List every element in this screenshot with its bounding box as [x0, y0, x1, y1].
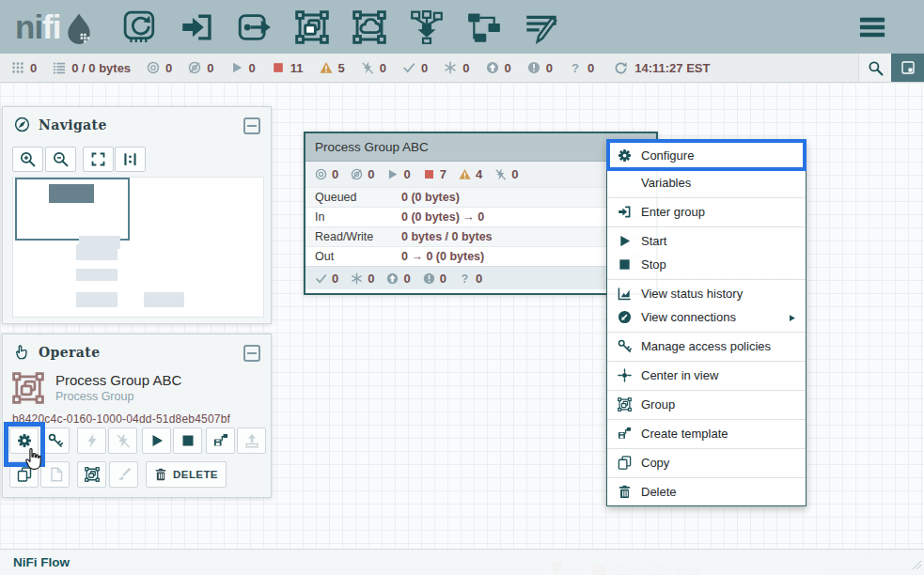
stat-row-out: Out0 → 0 (0 bytes)5 min [305, 246, 656, 266]
disabled-icon [494, 168, 507, 180]
not-transmitting-status: 0 [188, 61, 213, 75]
funnel-icon [410, 10, 444, 44]
last-refresh[interactable]: 14:11:27 EST [614, 61, 710, 75]
sync-failure-icon [459, 272, 471, 285]
transmitting-icon [147, 61, 160, 74]
access-policies-button[interactable] [40, 427, 70, 454]
lightning-slash-icon [116, 433, 131, 448]
nifi-logo: nifi [15, 8, 95, 46]
stopped-icon [423, 168, 435, 180]
locally-modified-icon [351, 272, 363, 285]
process-group-icon [12, 372, 44, 404]
zoom-fit-button[interactable] [83, 147, 114, 172]
menu-item-manage-access-policies[interactable]: Manage access policies [607, 334, 806, 358]
menu-item-stop[interactable]: Stop [607, 253, 806, 276]
copy-icon [17, 467, 32, 482]
label-component[interactable] [523, 8, 560, 46]
stale-icon [486, 61, 499, 74]
start-button[interactable] [142, 427, 171, 454]
remote-process-group-component[interactable] [351, 8, 388, 46]
navigate-panel: Navigate [2, 106, 272, 324]
process-group-abc[interactable]: Process Group ABC 0 0 0 7 4 0 Queued0 (0… [304, 132, 658, 295]
change-color-button[interactable] [109, 461, 138, 488]
zoom-out-button[interactable] [45, 147, 76, 172]
menu-separator [607, 448, 806, 449]
sync-failure-status: 0 [569, 61, 594, 75]
upload-template-button[interactable] [237, 427, 266, 454]
menu-item-copy[interactable]: Copy [607, 451, 806, 474]
menu-separator [607, 226, 806, 227]
menu-separator [607, 390, 806, 391]
menu-item-view-status-history[interactable]: View status history [607, 282, 806, 305]
logo-text-fi: fi [42, 8, 60, 46]
active-threads-grid-icon [11, 61, 24, 74]
operate-collapse-button[interactable] [243, 345, 260, 362]
key-icon [618, 339, 632, 353]
funnel-component[interactable] [408, 8, 446, 46]
menu-item-center-in-view[interactable]: Center in view [607, 364, 806, 387]
configure-button[interactable] [9, 427, 39, 454]
input-port-component[interactable] [179, 8, 216, 46]
processor-component[interactable] [121, 8, 159, 46]
minimap-component [76, 269, 117, 281]
stop-button[interactable] [173, 427, 202, 454]
global-search-button[interactable] [858, 54, 891, 82]
stat-row-in: In0 (0 bytes) → 05 min [305, 207, 656, 226]
copy-button[interactable] [9, 461, 39, 488]
flow-canvas[interactable]: Navigate Operate Process Group ABC Proce… [0, 83, 924, 575]
menu-separator [607, 477, 806, 478]
not-transmitting-icon [351, 168, 363, 180]
refresh-time: 14:11:27 EST [634, 61, 710, 75]
new-canvas-button[interactable] [891, 54, 924, 82]
stop-square-icon [180, 433, 196, 448]
create-template-button[interactable] [206, 427, 235, 454]
transmitting-status: 0 [147, 61, 172, 75]
menu-item-view-connections[interactable]: View connections [607, 305, 806, 329]
refresh-icon [614, 61, 628, 75]
stale-status: 0 [486, 61, 511, 75]
menu-item-delete[interactable]: Delete [607, 480, 806, 504]
zoom-in-button[interactable] [12, 147, 43, 172]
menu-separator [607, 361, 806, 362]
play-icon [618, 234, 632, 248]
enable-button[interactable] [77, 427, 106, 454]
operate-panel: Operate Process Group ABC Process Group … [2, 334, 272, 498]
running-icon [386, 168, 399, 180]
nifi-drop-icon [63, 12, 95, 46]
search-icon [868, 60, 884, 76]
breadcrumb-root[interactable]: NiFi Flow [13, 555, 70, 569]
process-group-component[interactable] [293, 8, 331, 46]
paste-button[interactable] [40, 461, 70, 488]
menu-item-create-template[interactable]: Create template [607, 422, 806, 445]
template-component[interactable] [465, 8, 503, 46]
navigate-collapse-button[interactable] [243, 117, 260, 134]
disable-button[interactable] [108, 427, 137, 454]
menu-item-variables[interactable]: Variables [607, 171, 806, 194]
menu-item-configure[interactable]: Configure [606, 139, 807, 171]
minimap-selected-component [49, 184, 94, 203]
global-menu-button[interactable] [855, 12, 889, 42]
delete-button[interactable]: DELETE [146, 461, 227, 488]
group-icon [85, 467, 100, 482]
stat-row-readwrite: Read/Write0 bytes / 0 bytes5 min [305, 226, 656, 246]
invalid-status: 5 [320, 61, 345, 75]
locally-modified-status: 0 [444, 61, 469, 75]
menu-item-group[interactable]: Group [607, 393, 806, 416]
disabled-icon [361, 61, 374, 74]
not-transmitting-icon [188, 61, 201, 74]
play-icon [149, 433, 164, 448]
hand-icon [14, 344, 30, 360]
gear-icon [17, 433, 32, 448]
menu-item-enter-group[interactable]: Enter group [607, 200, 806, 224]
output-port-component[interactable] [236, 8, 274, 46]
group-button[interactable] [77, 461, 106, 488]
locally-modified-stale-icon [423, 272, 435, 285]
menu-separator [607, 419, 806, 420]
zoom-fit-icon [90, 151, 106, 167]
birdseye-minimap[interactable] [12, 177, 264, 318]
menu-item-start[interactable]: Start [607, 229, 806, 253]
zoom-actual-size-button[interactable] [115, 147, 146, 172]
locally-modified-stale-status: 0 [527, 61, 553, 75]
resize-grip-icon [913, 561, 922, 570]
stale-icon [386, 272, 399, 285]
